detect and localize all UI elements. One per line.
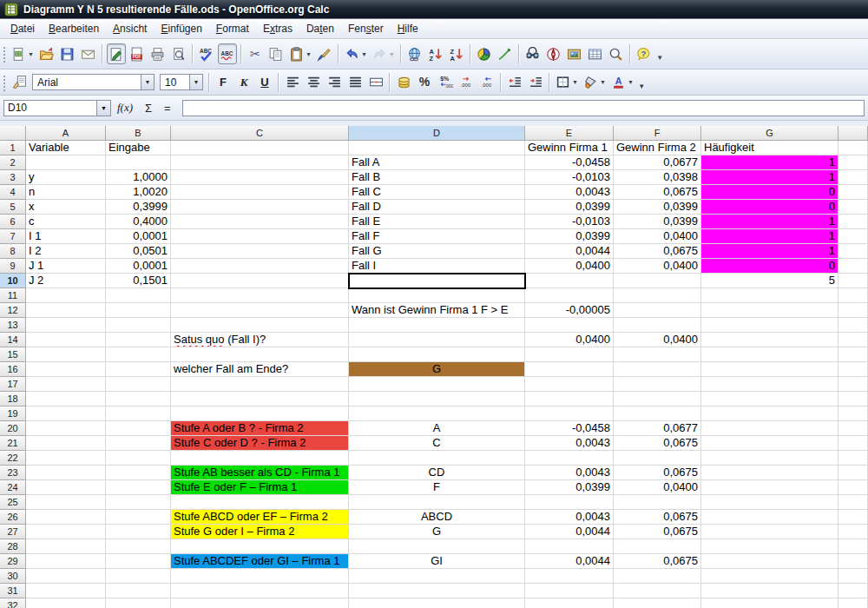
- cell-B5[interactable]: 0,3999: [106, 200, 171, 215]
- cell-D11[interactable]: [349, 288, 525, 303]
- cell-G23[interactable]: [701, 466, 838, 480]
- background-color-button[interactable]: ▼: [582, 73, 608, 92]
- title-bar[interactable]: Diagramm Y N 5 resultierende Fälle.ods -…: [0, 0, 868, 19]
- toolbar-grip[interactable]: [2, 74, 6, 91]
- format-paintbrush-button[interactable]: [315, 43, 334, 64]
- redo-dropdown-arrow[interactable]: ▼: [389, 51, 395, 57]
- cell-C19[interactable]: [171, 406, 349, 421]
- cell-G2[interactable]: 1: [701, 155, 838, 170]
- cell-B17[interactable]: [106, 377, 171, 392]
- cell-G9[interactable]: 0: [701, 259, 838, 274]
- cell-A20[interactable]: [26, 421, 106, 436]
- cell-B2[interactable]: [106, 155, 171, 170]
- cell-partial-9[interactable]: [838, 259, 868, 274]
- row-header-13[interactable]: 13: [0, 318, 26, 333]
- align-right-button[interactable]: [325, 73, 344, 92]
- cell-partial-8[interactable]: [838, 244, 868, 259]
- row-header-7[interactable]: 7: [0, 229, 26, 244]
- cell-E31[interactable]: [525, 584, 614, 598]
- row-header-22[interactable]: 22: [0, 451, 26, 466]
- cell-G8[interactable]: 1: [701, 244, 838, 259]
- cell-F2[interactable]: 0,0677: [614, 155, 701, 170]
- cell-E20[interactable]: -0,0458: [525, 421, 614, 436]
- cell-A14[interactable]: [26, 333, 106, 347]
- name-box[interactable]: D10: [3, 100, 97, 116]
- cell-C12[interactable]: [171, 303, 349, 318]
- cell-B1[interactable]: Eingabe: [106, 141, 171, 155]
- save-button[interactable]: [58, 43, 77, 64]
- cell-G27[interactable]: [701, 525, 838, 539]
- cell-G3[interactable]: 1: [701, 170, 838, 185]
- cell-F24[interactable]: 0,0400: [614, 480, 701, 495]
- cell-D32[interactable]: [349, 598, 525, 608]
- row-header-6[interactable]: 6: [0, 215, 26, 229]
- cell-D7[interactable]: Fall F: [349, 229, 525, 244]
- cell-A1[interactable]: Variable: [26, 141, 106, 155]
- cell-B31[interactable]: [106, 584, 171, 598]
- cell-B4[interactable]: 1,0020: [106, 185, 171, 200]
- cell-F28[interactable]: [614, 539, 701, 554]
- cell-G7[interactable]: 1: [701, 229, 838, 244]
- cell-partial-22[interactable]: [838, 451, 868, 466]
- cell-F31[interactable]: [614, 584, 701, 598]
- formula-input[interactable]: [182, 100, 865, 116]
- cell-A4[interactable]: n: [26, 185, 106, 200]
- cell-G18[interactable]: [701, 392, 838, 406]
- cell-B19[interactable]: [106, 406, 171, 421]
- menu-ansicht[interactable]: Ansicht: [106, 20, 154, 37]
- cell-A16[interactable]: [26, 362, 106, 377]
- cell-E13[interactable]: [525, 318, 614, 333]
- cell-E32[interactable]: [525, 598, 614, 608]
- cell-partial-25[interactable]: [838, 495, 868, 510]
- sort-descending-button[interactable]: ZA: [447, 43, 466, 64]
- gallery-button[interactable]: [565, 43, 584, 64]
- cell-D24[interactable]: F: [349, 480, 525, 495]
- cell-C9[interactable]: [171, 259, 349, 274]
- toolbar-grip[interactable]: [2, 45, 6, 63]
- cell-G15[interactable]: [701, 347, 838, 362]
- font-name-combo-value[interactable]: Arial: [32, 74, 141, 90]
- cell-E5[interactable]: 0,0399: [525, 200, 614, 215]
- cell-E22[interactable]: [525, 451, 614, 466]
- cell-F17[interactable]: [614, 377, 701, 392]
- cell-C2[interactable]: [171, 155, 349, 170]
- cell-C25[interactable]: [171, 495, 349, 510]
- cell-D27[interactable]: G: [349, 525, 525, 539]
- cell-D19[interactable]: [349, 406, 525, 421]
- cell-D29[interactable]: GI: [349, 554, 525, 569]
- cell-D12[interactable]: Wann ist Gewinn Firma 1 F > E: [349, 303, 525, 318]
- row-header-12[interactable]: 12: [0, 303, 26, 318]
- undo-button[interactable]: ▼: [343, 43, 369, 64]
- cell-G31[interactable]: [701, 584, 838, 598]
- cell-G16[interactable]: [701, 362, 838, 377]
- menu-hilfe[interactable]: Hilfe: [391, 20, 425, 37]
- navigator-button[interactable]: [544, 43, 563, 64]
- cell-partial-15[interactable]: [838, 347, 868, 362]
- cell-partial-5[interactable]: [838, 200, 868, 215]
- row-header-17[interactable]: 17: [0, 377, 26, 392]
- cell-D5[interactable]: Fall D: [349, 200, 525, 215]
- cell-C13[interactable]: [171, 318, 349, 333]
- cell-C14[interactable]: Satus quo (Fall I)?: [171, 333, 349, 347]
- cell-D3[interactable]: Fall B: [349, 170, 525, 185]
- cell-E2[interactable]: -0,0458: [525, 155, 614, 170]
- column-header-C[interactable]: C: [171, 126, 349, 141]
- cell-C5[interactable]: [171, 200, 349, 215]
- cell-A17[interactable]: [26, 377, 106, 392]
- cell-partial-18[interactable]: [838, 392, 868, 406]
- cell-B7[interactable]: 0,0001: [106, 229, 171, 244]
- row-header-18[interactable]: 18: [0, 392, 26, 406]
- cell-G30[interactable]: [701, 569, 838, 584]
- cell-E14[interactable]: 0,0400: [525, 333, 614, 347]
- row-header-27[interactable]: 27: [0, 525, 26, 539]
- column-header-D[interactable]: D: [349, 126, 525, 141]
- merge-cells-button[interactable]: [366, 73, 385, 92]
- cell-D23[interactable]: CD: [349, 466, 525, 480]
- cell-A12[interactable]: [26, 303, 106, 318]
- cell-B11[interactable]: [106, 288, 171, 303]
- send-email-button[interactable]: [79, 43, 98, 64]
- align-justify-button[interactable]: [345, 73, 365, 92]
- cell-A10[interactable]: J 2: [26, 274, 106, 288]
- cell-E6[interactable]: -0,0103: [525, 215, 614, 229]
- underline-button[interactable]: U: [255, 73, 274, 92]
